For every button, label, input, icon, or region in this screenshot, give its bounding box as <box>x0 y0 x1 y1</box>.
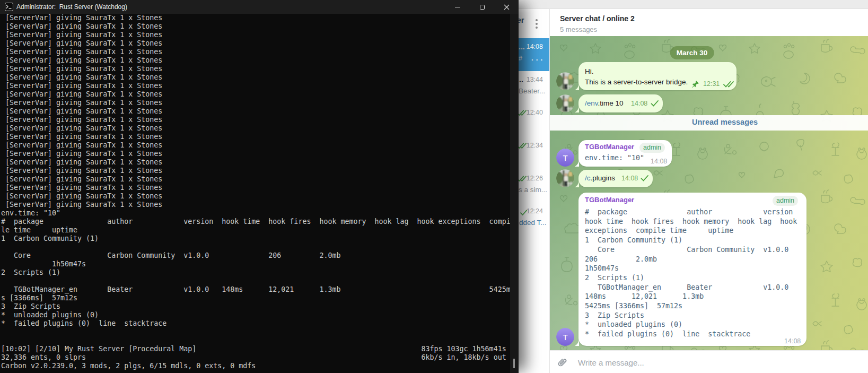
avatar-tgbotmanager[interactable]: T <box>556 328 574 346</box>
message-input-placeholder[interactable]: Write a message... <box>578 358 644 367</box>
message-3-sender[interactable]: TGBotManager <box>585 143 634 151</box>
chat-title: Server chat / online 2 <box>560 14 635 23</box>
console-output: [ServerVar] giving SauraTx 1 x Stones [S… <box>1 14 511 370</box>
bot-command-link[interactable]: /env <box>585 99 598 107</box>
message-4-text: /c.plugins <box>585 174 615 182</box>
terminal-scrollbar-thumb[interactable] <box>513 359 515 368</box>
message-1-line-2: This is a server-to-server bridge. <box>585 78 688 86</box>
chat-list-item-5-preview: s a sim... <box>519 186 547 194</box>
message-1-line-1: Hi. <box>585 67 594 75</box>
avatar-tgbotmanager[interactable]: T <box>556 149 574 167</box>
close-icon <box>504 4 510 10</box>
bubble-tail <box>575 105 579 112</box>
unread-messages-bar: Unread messages <box>550 115 868 131</box>
chat-list-item-1-preview: # <box>519 55 522 62</box>
svg-text:T: T <box>563 153 567 162</box>
minimize-button[interactable] <box>445 0 470 14</box>
telegram-titlebar <box>477 0 868 9</box>
pinned-icon <box>691 80 699 88</box>
avatar-user-photo[interactable] <box>556 94 574 112</box>
kebab-menu-icon[interactable] <box>534 19 539 29</box>
svg-text:T: T <box>563 333 567 342</box>
close-button[interactable] <box>494 0 519 14</box>
message-2-time: 14:08 <box>631 100 647 107</box>
sent-check-icon <box>651 100 659 107</box>
bubble-tail <box>575 339 579 346</box>
message-3-time: 14:08 <box>651 158 667 165</box>
maximize-button[interactable] <box>470 0 494 14</box>
bubble-tail <box>575 83 579 90</box>
bubble-tail <box>575 180 579 187</box>
bot-command-link[interactable]: /c <box>585 174 591 182</box>
message-4-time: 14:08 <box>621 175 638 182</box>
cmd-icon <box>5 3 13 11</box>
chat-subtitle: 5 messages <box>560 25 597 33</box>
chat-list-item-6-preview: dded T... <box>519 219 547 227</box>
terminal-scrollbar[interactable] <box>510 14 519 373</box>
read-double-check-icon <box>723 81 734 88</box>
admin-badge: admin <box>639 143 665 153</box>
message-1-time: 12:31 <box>703 80 720 88</box>
terminal-titlebar: Administrator: Rust Server (Watchdog) <box>0 0 519 14</box>
admin-badge: admin <box>773 196 798 206</box>
maximize-icon <box>480 5 485 10</box>
sent-check-icon <box>641 175 648 181</box>
message-5-time: 14:08 <box>784 337 801 345</box>
avatar-user-photo[interactable] <box>556 169 574 187</box>
terminal-title: Administrator: Rust Server (Watchdog) <box>16 3 127 11</box>
chat-list-item-2-preview: Beater... <box>519 87 545 95</box>
bubble-tail <box>575 159 579 167</box>
chat-list-item-1-preview-dots: ... <box>531 54 545 62</box>
message-3-code: env.time: "10" <box>585 153 644 163</box>
terminal-window: [ServerVar] giving SauraTx 1 x Stones [S… <box>0 0 519 373</box>
message-2-text: /env.time 10 <box>585 99 624 107</box>
avatar-user-photo[interactable] <box>556 72 574 90</box>
minimize-icon <box>455 7 460 7</box>
date-badge: March 30 <box>670 46 714 59</box>
message-5-code: # package author version hook time hook … <box>585 207 797 339</box>
message-5-sender[interactable]: TGBotManager <box>585 196 634 204</box>
paperclip-icon[interactable] <box>556 356 568 369</box>
